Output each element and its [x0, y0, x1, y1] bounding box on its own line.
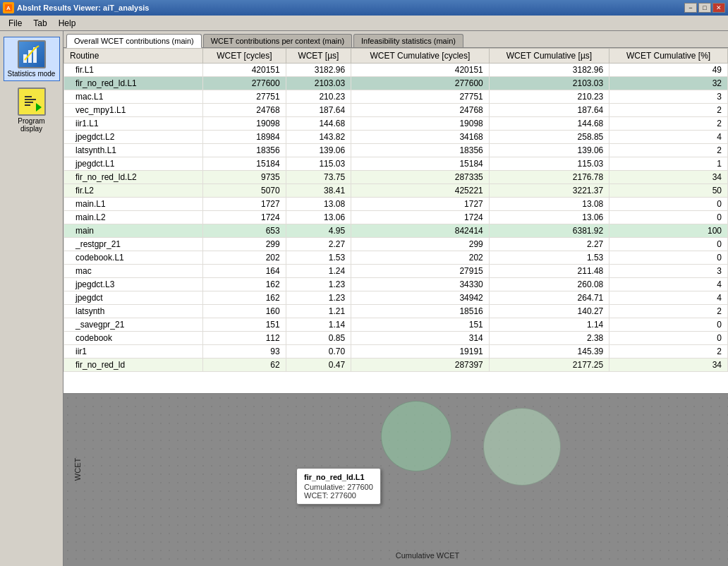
table-row[interactable]: fir_no_red_ld620.472873972177.2534	[64, 359, 728, 372]
cell-name: vec_mpy1.L1	[64, 104, 203, 117]
cell-value: 2	[609, 144, 728, 157]
table-row[interactable]: codebook1120.853142.380	[64, 332, 728, 345]
svg-rect-8	[25, 102, 33, 103]
table-row[interactable]: iir1930.7019191145.392	[64, 345, 728, 359]
svg-rect-9	[25, 104, 30, 106]
cell-name: fir.L2	[64, 184, 203, 198]
cell-name: mac	[64, 265, 203, 278]
cell-value: 0	[609, 332, 728, 345]
col-wcet-us: WCET [µs]	[286, 49, 351, 64]
cell-value: 139.06	[489, 144, 609, 157]
y-axis-label: WCET	[73, 458, 82, 481]
table-row[interactable]: jpegdct1621.2334942264.714	[64, 291, 728, 305]
cell-value: 13.08	[286, 198, 351, 211]
tab-context[interactable]: WCET contributions per context (main)	[203, 34, 352, 47]
cell-value: 73.75	[286, 171, 351, 184]
table-row[interactable]: _savegpr_211511.141511.140	[64, 318, 728, 332]
cell-value: 260.08	[489, 278, 609, 291]
sidebar: Statistics mode Program display	[0, 31, 63, 566]
cell-value: 143.82	[286, 131, 351, 144]
cell-value: 100	[609, 224, 728, 238]
table-row[interactable]: latsynth1601.2118516140.272	[64, 305, 728, 318]
cell-value: 211.48	[489, 265, 609, 278]
table-row[interactable]: latsynth.L118356139.0618356139.062	[64, 144, 728, 157]
cell-value: 18984	[203, 131, 286, 144]
main-layout: Statistics mode Program display Overall …	[0, 31, 728, 566]
cell-value: 0.47	[286, 359, 351, 372]
sidebar-item-program[interactable]: Program display	[4, 84, 60, 136]
tooltip-cumulative: Cumulative: 277600	[304, 483, 373, 491]
svg-rect-7	[25, 99, 36, 100]
cell-value: 842414	[351, 224, 490, 238]
cell-value: 4.95	[286, 224, 351, 238]
table-row[interactable]: fir_no_red_ld.L12776002103.032776002103.…	[64, 77, 728, 90]
cell-value: 18516	[351, 305, 490, 318]
col-cum-pct: WCET Cumulative [%]	[609, 49, 728, 64]
table-row[interactable]: fir_no_red_ld.L2973573.752873352176.7834	[64, 171, 728, 184]
cell-value: 34	[609, 359, 728, 372]
table-row[interactable]: jpegdct.L31621.2334330260.084	[64, 278, 728, 291]
cell-value: 2103.03	[489, 77, 609, 90]
close-button[interactable]: ✕	[712, 3, 725, 13]
wcet-table: Routine WCET [cycles] WCET [µs] WCET Cum…	[63, 48, 728, 372]
table-row[interactable]: vec_mpy1.L124768187.6424768187.642	[64, 104, 728, 117]
cell-value: 15184	[203, 157, 286, 171]
table-row[interactable]: jpegdct.L218984143.8234168258.854	[64, 131, 728, 144]
tab-infeasibility[interactable]: Infeasibility statistics (main)	[353, 34, 463, 47]
cell-value: 18356	[351, 144, 490, 157]
menu-bar: File Tab Help	[0, 16, 728, 31]
cell-value: 27751	[203, 90, 286, 104]
cell-value: 50	[609, 184, 728, 198]
cell-value: 151	[351, 318, 490, 332]
cell-value: 1724	[351, 211, 490, 224]
cell-value: 0	[609, 198, 728, 211]
table-row[interactable]: mac1641.2427915211.483	[64, 265, 728, 278]
tab-bar: Overall WCET contributions (main) WCET c…	[63, 31, 728, 48]
table-row[interactable]: _restgpr_212992.272992.270	[64, 238, 728, 251]
menu-help[interactable]: Help	[53, 17, 82, 30]
table-row[interactable]: main6534.958424146381.92100	[64, 224, 728, 238]
cell-value: 187.64	[489, 104, 609, 117]
cell-value: 425221	[351, 184, 490, 198]
cell-value: 653	[203, 224, 286, 238]
cell-value: 13.08	[489, 198, 609, 211]
cell-value: 27751	[351, 90, 490, 104]
menu-tab[interactable]: Tab	[28, 17, 52, 30]
menu-file[interactable]: File	[3, 17, 28, 30]
table-row[interactable]: iir1.L119098144.6819098144.682	[64, 117, 728, 131]
table-row[interactable]: main.L1172713.08172713.080	[64, 198, 728, 211]
table-row[interactable]: mac.L127751210.2327751210.233	[64, 90, 728, 104]
content-area: Overall WCET contributions (main) WCET c…	[63, 31, 728, 566]
cell-value: 210.23	[489, 90, 609, 104]
cell-value: 32	[609, 77, 728, 90]
tab-main[interactable]: Overall WCET contributions (main)	[66, 34, 202, 48]
table-row[interactable]: jpegdct.L115184115.0315184115.031	[64, 157, 728, 171]
cell-name: latsynth	[64, 305, 203, 318]
col-cum-us: WCET Cumulative [µs]	[489, 49, 609, 64]
table-row[interactable]: codebook.L12021.532021.530	[64, 251, 728, 265]
cell-name: jpegdct.L3	[64, 278, 203, 291]
chart-tooltip: fir_no_red_ld.L1 Cumulative: 277600 WCET…	[296, 468, 381, 505]
cell-value: 34942	[351, 291, 490, 305]
window-title: AbsInt Results Viewer: aiT_analysis	[17, 4, 149, 12]
maximize-button[interactable]: □	[698, 3, 711, 13]
table-row[interactable]: main.L2172413.06172413.060	[64, 211, 728, 224]
table-section: Routine WCET [cycles] WCET [µs] WCET Cum…	[63, 48, 728, 394]
table-wrapper[interactable]: Routine WCET [cycles] WCET [µs] WCET Cum…	[63, 48, 728, 393]
cell-name: jpegdct	[64, 291, 203, 305]
cell-value: 115.03	[489, 157, 609, 171]
table-row[interactable]: fir.L14201513182.964201513182.9649	[64, 64, 728, 77]
table-body: fir.L14201513182.964201513182.9649fir_no…	[64, 64, 728, 372]
sidebar-item-statistics[interactable]: Statistics mode	[4, 37, 60, 81]
table-row[interactable]: fir.L2507038.414252213221.3750	[64, 184, 728, 198]
cell-value: 49	[609, 64, 728, 77]
cell-value: 4	[609, 291, 728, 305]
cell-value: 3182.96	[286, 64, 351, 77]
cell-value: 140.27	[489, 305, 609, 318]
minimize-button[interactable]: −	[684, 3, 697, 13]
cell-name: latsynth.L1	[64, 144, 203, 157]
col-cum-cycles: WCET Cumulative [cycles]	[351, 49, 490, 64]
cell-value: 287335	[351, 171, 490, 184]
cell-value: 202	[351, 251, 490, 265]
cell-value: 6381.92	[489, 224, 609, 238]
